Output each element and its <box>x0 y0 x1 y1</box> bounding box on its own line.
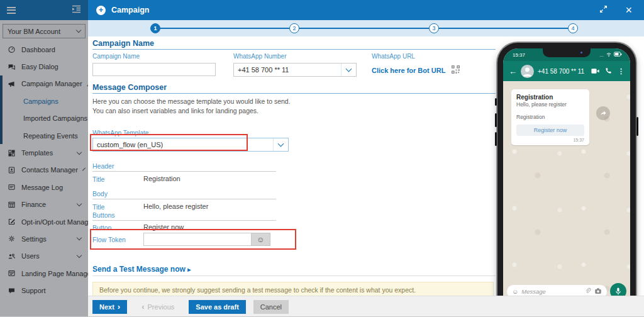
message-log-icon <box>7 183 16 191</box>
sidebar-item-campaigns[interactable]: Campaigns <box>3 92 88 109</box>
section-title-campaign-name: Campaign Name <box>92 39 154 48</box>
test-message-notice: Before you continue, we strongly suggest… <box>92 282 494 296</box>
voice-record-button[interactable] <box>610 283 626 296</box>
camera-icon[interactable] <box>594 286 602 296</box>
emoji-picker-button[interactable]: ☺ <box>252 233 270 246</box>
wifi-icon <box>606 52 612 58</box>
section-rule <box>92 49 496 50</box>
sidebar-item-support[interactable]: Support <box>0 282 88 299</box>
modal-content: Campaign Name Campaign Name WhatsApp Num… <box>88 36 644 296</box>
sidebar-item-settings[interactable]: Settings <box>0 230 88 247</box>
back-arrow-icon[interactable]: ← <box>509 67 517 76</box>
modal-header: + Campaign × <box>88 0 644 20</box>
chevron-down-icon <box>77 201 82 206</box>
finance-icon <box>7 201 16 209</box>
chat-input-bar: ☺ Message <box>507 283 626 296</box>
whatsapp-number-field: WhatsApp Number +41 58 700 ** 11 <box>233 53 357 77</box>
send-test-message-link[interactable]: Send a Test Message now ▸ <box>92 265 191 274</box>
mute-switch <box>495 98 497 106</box>
users-icon <box>7 252 16 260</box>
wizard-stepper: 1 2 3 4 <box>88 20 644 36</box>
sidebar: Your BM Account Dashboard Easy Dialog Ca… <box>0 0 88 316</box>
close-icon[interactable]: × <box>625 5 632 15</box>
expand-icon[interactable] <box>599 4 608 16</box>
smiley-icon[interactable]: ☺ <box>512 288 518 295</box>
camera-dot <box>580 52 582 53</box>
sidebar-item-repeating-events[interactable]: Repeating Events <box>3 127 88 144</box>
edit-icon <box>7 218 16 226</box>
bot-url-link[interactable]: Click here for Bot URL <box>372 67 445 74</box>
message-input[interactable]: ☺ Message <box>507 285 607 296</box>
support-bubble-icon <box>7 287 16 295</box>
sidebar-item-contacts-manager[interactable]: Contacts Manager <box>0 162 88 179</box>
indent-toggle-icon[interactable] <box>72 4 81 16</box>
volume-up-button <box>495 113 497 127</box>
plus-circle-icon: + <box>96 6 106 15</box>
campaign-modal: + Campaign × 1 2 3 4 Campaign Name Campa… <box>88 0 644 317</box>
divider <box>92 275 496 276</box>
whatsapp-template-select[interactable]: custom_flow (en_US) <box>92 135 289 152</box>
step-3[interactable]: 3 <box>429 23 439 33</box>
phone-notch <box>543 48 591 57</box>
contact-avatar[interactable] <box>521 65 534 78</box>
sidebar-item-campaign-manager[interactable]: Campaign Manager <box>3 75 88 92</box>
title-value: Registration <box>143 175 180 182</box>
composer-help-text: Here you can choose the message template… <box>92 97 291 116</box>
sidebar-item-templates[interactable]: Templates <box>0 144 88 161</box>
phone-preview: 15:37 … ← +41 58 700 ** 11 <box>497 43 636 296</box>
bubble-body: Registration <box>516 114 584 120</box>
sidebar-item-message-log[interactable]: Message Log <box>0 179 88 196</box>
flow-token-input[interactable] <box>143 233 252 246</box>
chevron-left-icon: ‹ <box>142 303 144 311</box>
modal-footer: Next› ‹Previous Save as draft Cancel <box>88 296 644 317</box>
divider <box>92 220 276 221</box>
step-2[interactable]: 2 <box>289 23 299 33</box>
voice-call-icon[interactable] <box>605 65 612 77</box>
previous-button[interactable]: ‹Previous <box>135 300 181 314</box>
qr-code-icon[interactable] <box>452 65 460 76</box>
step-4[interactable]: 4 <box>568 23 578 33</box>
sidebar-header <box>0 0 88 20</box>
video-call-icon[interactable] <box>591 65 599 77</box>
kebab-menu-icon[interactable]: ⋮ <box>618 67 625 75</box>
sidebar-item-imported-campaigns[interactable]: Imported Campaigns <box>3 110 88 127</box>
whatsapp-chat-header: ← +41 58 700 ** 11 ⋮ <box>503 61 630 81</box>
body-title-label: Title <box>92 203 104 211</box>
whatsapp-number-select[interactable]: +41 58 700 ** 11 <box>233 63 357 77</box>
battery-icon <box>614 52 622 58</box>
step-1[interactable]: 1 <box>150 23 160 33</box>
sidebar-menu: Dashboard Easy Dialog Campaign Manager C… <box>0 41 88 299</box>
triangle-right-icon: ▸ <box>187 266 191 273</box>
cancel-button[interactable]: Cancel <box>253 300 289 314</box>
paperclip-icon[interactable] <box>584 286 591 296</box>
sidebar-item-dashboard[interactable]: Dashboard <box>0 41 88 58</box>
account-selector[interactable]: Your BM Account <box>3 24 86 38</box>
sidebar-item-landing-page-manager[interactable]: Landing Page Manager <box>0 265 88 282</box>
whatsapp-url-label: WhatsApp URL <box>372 53 497 60</box>
message-placeholder: Message <box>521 288 581 295</box>
volume-down-button <box>495 132 497 146</box>
sidebar-item-label: Repeating Events <box>23 132 78 140</box>
sidebar-item-label: Landing Page Manager <box>21 270 93 277</box>
sidebar-item-easy-dialog[interactable]: Easy Dialog <box>0 58 88 75</box>
megaphone-icon <box>7 80 16 88</box>
button-label: Button <box>92 224 111 231</box>
chevron-down-icon <box>76 28 81 33</box>
header-section-label: Header <box>92 162 114 170</box>
chevron-right-icon: › <box>118 303 120 311</box>
sidebar-item-opt-in-out-manager[interactable]: Opt-in/Opt-out Manager <box>0 213 88 230</box>
contact-number: +41 58 700 ** 11 <box>538 68 584 75</box>
save-as-draft-button[interactable]: Save as draft <box>189 300 245 314</box>
sidebar-item-users[interactable]: Users <box>0 248 88 265</box>
next-button[interactable]: Next› <box>92 300 127 314</box>
sidebar-item-label: Campaigns <box>23 97 58 105</box>
templates-icon <box>7 149 16 157</box>
forward-icon[interactable] <box>596 106 610 120</box>
dashboard-icon <box>7 45 16 53</box>
whatsapp-url-field: WhatsApp URL Click here for Bot URL <box>372 53 497 76</box>
chat-area: Registration Hello, please register Regi… <box>503 81 630 296</box>
sidebar-item-finance[interactable]: Finance <box>0 196 88 213</box>
campaign-name-input[interactable] <box>92 63 216 76</box>
hamburger-menu-icon[interactable] <box>7 7 16 14</box>
bubble-register-button[interactable]: Register now <box>516 125 584 136</box>
